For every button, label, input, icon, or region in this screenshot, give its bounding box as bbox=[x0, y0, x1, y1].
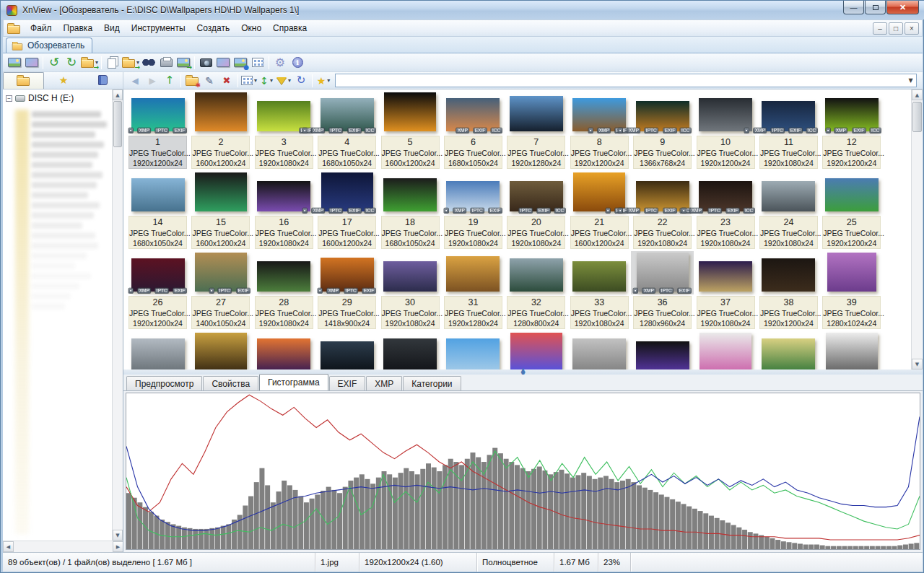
thumbnail-tile-25[interactable]: 25JPEG TrueColor...1920x1200x24 bbox=[820, 171, 883, 251]
copy-page-button[interactable] bbox=[104, 55, 121, 71]
thumbnail-tile-17[interactable]: ▪XMPIPTCEXIFICC17JPEG TrueColor...1600x1… bbox=[315, 171, 378, 251]
thumbnail-image[interactable] bbox=[131, 338, 185, 369]
tab-browser[interactable]: Обозреватель bbox=[6, 38, 92, 53]
thumbnail-tile-24[interactable]: 24JPEG TrueColor...1920x1080x24 bbox=[757, 171, 820, 251]
thumbnail-tile-7[interactable]: 7JPEG TrueColor...1920x1280x24 bbox=[505, 91, 567, 171]
child-restore-button[interactable]: □ bbox=[889, 22, 903, 35]
forward-button[interactable]: ▶ bbox=[144, 73, 161, 89]
address-dropdown-icon[interactable]: ▼ bbox=[905, 74, 916, 87]
menu-item-5[interactable]: Создать bbox=[191, 21, 236, 35]
thumbnail-image[interactable] bbox=[383, 261, 437, 292]
thumbnail-tile[interactable] bbox=[189, 331, 252, 369]
menu-item-7[interactable]: Справка bbox=[267, 21, 313, 35]
dropdown-arrow-icon[interactable]: ▾ bbox=[327, 77, 330, 84]
thumbnail-tile-14[interactable]: 14JPEG TrueColor...1680x1050x24 bbox=[126, 171, 189, 251]
thumbnail-tile-27[interactable]: ▪IPTCEXIF27JPEG TrueColor...1400x1050x24 bbox=[189, 251, 252, 331]
thumbnail-image[interactable] bbox=[636, 341, 689, 369]
thumbnail-image[interactable] bbox=[321, 341, 374, 369]
thumbnail-tile-33[interactable]: 33JPEG TrueColor...1920x1080x24 bbox=[568, 251, 631, 331]
view-image-button[interactable] bbox=[6, 55, 23, 71]
contact-sheet-button[interactable] bbox=[249, 55, 266, 71]
thumbnail-tile[interactable] bbox=[379, 331, 442, 369]
grid-vertical-scrollbar[interactable]: ▲ ▼ bbox=[911, 89, 923, 369]
menu-item-3[interactable]: Вид bbox=[98, 21, 126, 35]
thumbnail-image[interactable] bbox=[826, 333, 878, 369]
thumbnail-image[interactable] bbox=[825, 178, 879, 211]
thumbnail-tile-12[interactable]: ▪XMPEXIFICC12JPEG TrueColor...1920x1200x… bbox=[820, 91, 883, 171]
thumbnail-tile-11[interactable]: ▪XMPIPTCEXIFICC11JPEG TrueColor...1920x1… bbox=[757, 91, 820, 171]
rotate-left-button[interactable]: ↺ bbox=[45, 55, 63, 71]
view-mode-button[interactable]: ▾ bbox=[240, 73, 258, 89]
thumbnail-image[interactable] bbox=[446, 256, 500, 292]
settings-button[interactable]: ⚙ bbox=[271, 55, 289, 71]
tree-root-item[interactable]: − DISC H (E:) bbox=[3, 89, 123, 105]
delete-button[interactable]: ✖ bbox=[218, 73, 235, 89]
tab-категории[interactable]: Категории bbox=[403, 376, 461, 390]
thumbnail-image[interactable] bbox=[446, 338, 500, 369]
tree-vertical-scrollbar[interactable]: ▲ ▼ bbox=[112, 89, 123, 541]
thumbnail-tile[interactable] bbox=[126, 331, 189, 369]
pane-folders-tab[interactable] bbox=[3, 72, 44, 89]
thumbnail-tile-36[interactable]: ▪XMPIPTCEXIF36JPEG TrueColor...1280x960x… bbox=[631, 251, 694, 331]
menu-item-2[interactable]: Правка bbox=[58, 21, 99, 35]
edit-button[interactable]: ✎ bbox=[201, 73, 218, 89]
thumbnail-tile[interactable] bbox=[820, 331, 883, 369]
thumbnail-tile-1[interactable]: ▪XMPIPTCEXIF1JPEG TrueColor...1920x1200x… bbox=[126, 91, 189, 171]
thumbnail-image[interactable] bbox=[572, 338, 626, 369]
address-input[interactable] bbox=[336, 75, 905, 86]
print-button[interactable] bbox=[157, 55, 175, 71]
thumbnail-image[interactable] bbox=[384, 92, 436, 131]
thumbnail-tile[interactable] bbox=[442, 331, 505, 369]
rotate-right-button[interactable]: ↻ bbox=[63, 55, 80, 71]
thumbnail-image[interactable] bbox=[699, 333, 751, 369]
thumbnail-image[interactable] bbox=[762, 181, 815, 211]
dropdown-arrow-icon[interactable]: ▾ bbox=[270, 77, 273, 84]
thumbnail-image[interactable] bbox=[257, 338, 310, 369]
capture-button[interactable] bbox=[197, 55, 214, 71]
fullscreen-button[interactable] bbox=[23, 55, 40, 71]
thumbnail-tile-30[interactable]: 30JPEG TrueColor...1920x1080x24 bbox=[379, 251, 442, 331]
thumbnail-image[interactable] bbox=[637, 253, 689, 292]
scroll-down-icon[interactable]: ▼ bbox=[912, 359, 923, 369]
scroll-up-icon[interactable]: ▲ bbox=[113, 89, 123, 100]
dropdown-arrow-icon[interactable]: ▾ bbox=[254, 77, 257, 84]
panel-splitter[interactable]: ▲▼ bbox=[123, 369, 923, 375]
thumbnail-tile[interactable] bbox=[757, 331, 820, 369]
restore-button[interactable] bbox=[865, 1, 886, 14]
convert-button[interactable]: →▾ bbox=[80, 55, 99, 71]
thumbnail-tile-20[interactable]: IPTCEXIFICC20JPEG TrueColor...1920x1080x… bbox=[505, 171, 567, 251]
thumbnail-image[interactable] bbox=[195, 172, 247, 211]
thumbnail-tile-37[interactable]: 37JPEG TrueColor...1920x1080x24 bbox=[694, 251, 757, 331]
thumbnail-image[interactable] bbox=[257, 261, 310, 292]
thumbnail-tile-39[interactable]: 39JPEG TrueColor...1280x1024x24 bbox=[820, 251, 883, 331]
thumbnail-image[interactable] bbox=[510, 258, 563, 292]
thumbnail-tile-32[interactable]: 32JPEG TrueColor...1280x800x24 bbox=[505, 251, 567, 331]
child-minimize-button[interactable]: – bbox=[873, 22, 887, 35]
tree-scroll-thumb[interactable] bbox=[113, 101, 122, 147]
thumbnail-image[interactable] bbox=[383, 338, 437, 369]
tab-гистограмма[interactable]: Гистограмма bbox=[259, 374, 328, 390]
thumbnail-tile-38[interactable]: 38JPEG TrueColor...1920x1200x24 bbox=[757, 251, 820, 331]
thumbnail-tile[interactable] bbox=[315, 331, 378, 369]
web-page-button[interactable]: ● bbox=[232, 55, 249, 71]
thumbnail-tile-28[interactable]: 28JPEG TrueColor...1920x1080x24 bbox=[253, 251, 315, 331]
thumbnail-image[interactable] bbox=[827, 253, 876, 292]
thumbnail-image[interactable] bbox=[321, 172, 373, 211]
thumbnail-tile-19[interactable]: ▪XMPIPTCEXIF19JPEG TrueColor...1920x1080… bbox=[442, 171, 505, 251]
filter-button[interactable]: ▾ bbox=[275, 73, 292, 89]
new-folder-button[interactable]: ✱ bbox=[183, 73, 201, 89]
thumbnail-tile-5[interactable]: 5JPEG TrueColor...1600x1200x24 bbox=[379, 91, 442, 171]
tab-предпросмотр[interactable]: Предпросмотр bbox=[126, 376, 202, 390]
thumbnail-tile-29[interactable]: ▪XMPIPTCEXIF29JPEG TrueColor...1418x900x… bbox=[315, 251, 378, 331]
minimize-button[interactable]: — bbox=[843, 1, 864, 14]
menu-item-1[interactable]: Файл bbox=[25, 21, 58, 35]
thumbnail-tile-23[interactable]: ▪XMPIPTCEXIFICC23JPEG TrueColor...1920x1… bbox=[694, 171, 757, 251]
tab-exif[interactable]: EXIF bbox=[329, 376, 366, 390]
export-button[interactable]: → bbox=[175, 55, 192, 71]
scroll-down-icon[interactable]: ▼ bbox=[113, 530, 123, 541]
thumbnail-tile[interactable] bbox=[568, 331, 631, 369]
thumbnail-tile[interactable] bbox=[505, 331, 567, 369]
thumbnail-image[interactable] bbox=[195, 333, 247, 369]
thumbnail-image[interactable] bbox=[195, 253, 247, 292]
thumbnail-image[interactable] bbox=[510, 333, 562, 369]
